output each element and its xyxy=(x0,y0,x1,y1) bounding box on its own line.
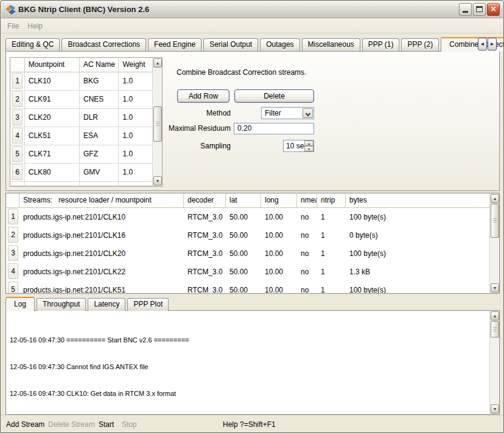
row-number-cell[interactable]: 1 xyxy=(10,72,25,91)
cell-stream[interactable]: products.igs-ip.net:2101/CLK16 xyxy=(19,231,184,240)
tab-throughput[interactable]: Throughput xyxy=(37,298,86,311)
cell-weight[interactable]: 1.0 xyxy=(119,91,152,109)
table-row[interactable]: 1 CLK10 BKG 1.0 xyxy=(10,72,152,91)
header-decoder[interactable]: decoder xyxy=(184,193,226,207)
cell-long[interactable]: 10.00 xyxy=(261,286,297,293)
maximize-button[interactable] xyxy=(473,3,486,16)
cell-bytes[interactable]: 100 byte(s) xyxy=(346,213,489,221)
tab-log[interactable]: Log xyxy=(5,297,35,311)
cell-decoder[interactable]: RTCM_3.0 xyxy=(184,213,226,221)
scrollbar-thumb[interactable] xyxy=(491,321,499,338)
cell-mountpoint[interactable]: CLK20 xyxy=(25,109,80,127)
row-number-cell[interactable]: 5 xyxy=(10,145,25,164)
cell-nmea[interactable]: no xyxy=(297,231,317,240)
cell-lat[interactable]: 50.00 xyxy=(226,268,261,276)
tab-outages[interactable]: Outages xyxy=(260,38,299,51)
tab-ppp-2[interactable]: PPP (2) xyxy=(401,38,439,51)
cell-ac-name[interactable]: GMV xyxy=(80,164,119,182)
log-panel[interactable]: 12-05-16 09:47:30 ========== Start BNC v… xyxy=(5,310,500,415)
streams-table-scrollbar[interactable]: ▲ ▼ xyxy=(489,193,499,293)
cell-mountpoint[interactable]: CLK71 xyxy=(25,145,80,164)
stream-row[interactable]: 2 products.igs-ip.net:2101/CLK16 RTCM_3.… xyxy=(6,226,489,244)
scrollbar-thumb[interactable] xyxy=(153,106,162,142)
row-number-cell[interactable]: 4 xyxy=(10,127,25,145)
spin-down-icon[interactable]: ▼ xyxy=(304,146,313,151)
cell-lat[interactable]: 50.00 xyxy=(226,286,261,293)
stream-row[interactable]: 3 products.igs-ip.net:2101/CLK20 RTCM_3.… xyxy=(6,244,489,263)
spin-up-icon[interactable]: ▲ xyxy=(304,140,313,146)
scrollbar-thumb[interactable] xyxy=(491,204,499,238)
row-number-cell[interactable]: 3 xyxy=(6,244,19,263)
add-stream-button[interactable]: Add Stream xyxy=(6,420,44,429)
cell-bytes[interactable]: 100 byte(s) xyxy=(346,286,489,293)
header-bytes[interactable]: bytes xyxy=(346,193,489,207)
scroll-down-icon[interactable]: ▼ xyxy=(491,404,499,414)
cell-nmea[interactable]: no xyxy=(297,268,317,276)
header-long[interactable]: long xyxy=(261,193,297,207)
cell-decoder[interactable]: RTCM_3.0 xyxy=(184,268,226,276)
cell-decoder[interactable]: RTCM_3.0 xyxy=(184,286,226,293)
header-nmea[interactable]: nmea xyxy=(297,193,317,207)
scroll-up-icon[interactable]: ▲ xyxy=(491,311,499,320)
cell-nmea[interactable]: no xyxy=(297,213,317,221)
table-row[interactable]: 6 CLK80 GMV 1.0 xyxy=(10,164,152,182)
cell-mountpoint[interactable]: CLK51 xyxy=(25,127,80,145)
header-ac-name[interactable]: AC Name xyxy=(80,58,119,72)
cell-long[interactable]: 10.00 xyxy=(261,213,297,221)
mountpoint-table[interactable]: Mountpoint AC Name Weight 1 CLK10 BKG 1.… xyxy=(10,57,163,187)
cell-ac-name[interactable]: DLR xyxy=(80,109,119,127)
cell-decoder[interactable]: RTCM_3.0 xyxy=(184,231,226,240)
cell-ac-name[interactable]: CNES xyxy=(80,91,119,109)
cell-mountpoint[interactable]: CLK10 xyxy=(25,72,80,91)
stream-row[interactable]: 5 products.igs-ip.net:2101/CLK51 RTCM_3.… xyxy=(6,281,489,293)
cell-weight[interactable]: 1.0 xyxy=(119,127,152,145)
row-number-cell[interactable]: 4 xyxy=(6,263,19,281)
dropdown-button[interactable] xyxy=(303,108,313,118)
minimize-button[interactable] xyxy=(459,3,472,16)
close-button[interactable]: ✕ xyxy=(487,3,500,16)
stream-row[interactable]: 1 products.igs-ip.net:2101/CLK10 RTCM_3.… xyxy=(6,208,489,226)
delete-button[interactable]: Delete xyxy=(234,89,314,103)
mountpoint-table-scrollbar[interactable]: ▲ ▼ xyxy=(152,58,162,186)
tab-latency[interactable]: Latency xyxy=(88,298,125,311)
scroll-down-icon[interactable]: ▼ xyxy=(153,176,162,185)
cell-ntrip[interactable]: 1 xyxy=(317,249,346,258)
cell-long[interactable]: 10.00 xyxy=(261,268,297,276)
stop-button[interactable]: Stop xyxy=(122,420,137,429)
cell-bytes[interactable]: 0 byte(s) xyxy=(346,231,489,240)
header-streams[interactable]: Streams: resource loader / mountpoint xyxy=(19,193,184,207)
scroll-down-icon[interactable]: ▼ xyxy=(491,283,499,293)
row-number-cell[interactable]: 5 xyxy=(6,281,19,293)
cell-ac-name[interactable]: GFZ xyxy=(80,145,119,164)
start-button[interactable]: Start xyxy=(99,420,114,429)
tab-broadcast-corrections[interactable]: Broadcast Corrections xyxy=(61,38,146,51)
cell-ac-name[interactable]: BKG xyxy=(80,72,119,91)
maximal-residuum-input[interactable]: 0.20 xyxy=(234,123,314,134)
header-ntrip[interactable]: ntrip xyxy=(317,193,346,207)
header-mountpoint[interactable]: Mountpoint xyxy=(25,58,80,72)
cell-weight[interactable]: 1.0 xyxy=(119,145,152,164)
streams-table[interactable]: Streams: resource loader / mountpoint de… xyxy=(5,193,500,294)
log-scrollbar[interactable]: ▲ ▼ xyxy=(489,311,499,414)
tab-feed-engine[interactable]: Feed Engine xyxy=(148,38,201,51)
cell-ac-name[interactable]: ESA xyxy=(80,127,119,145)
cell-mountpoint[interactable]: CLK91 xyxy=(25,91,80,109)
row-number-cell[interactable]: 1 xyxy=(6,208,19,226)
cell-lat[interactable]: 50.00 xyxy=(226,231,261,240)
scroll-up-icon[interactable]: ▲ xyxy=(491,194,499,203)
row-number-cell[interactable]: 2 xyxy=(6,226,19,244)
cell-lat[interactable]: 50.00 xyxy=(226,213,261,221)
tab-scroll-right-button[interactable]: ► xyxy=(488,38,497,50)
cell-weight[interactable]: 1.0 xyxy=(119,109,152,127)
table-row[interactable]: 4 CLK51 ESA 1.0 xyxy=(10,127,152,145)
cell-nmea[interactable]: no xyxy=(297,286,317,293)
cell-stream[interactable]: products.igs-ip.net:2101/CLK20 xyxy=(19,249,184,258)
table-row[interactable]: 5 CLK71 GFZ 1.0 xyxy=(10,145,152,164)
row-number-cell[interactable]: 6 xyxy=(10,164,25,182)
sampling-spinner[interactable]: 10 sec ▲ ▼ xyxy=(283,140,314,152)
cell-mountpoint[interactable]: CLK80 xyxy=(25,164,80,182)
cell-ntrip[interactable]: 1 xyxy=(317,213,346,221)
add-row-button[interactable]: Add Row xyxy=(177,89,229,103)
header-lat[interactable]: lat xyxy=(226,193,261,207)
row-number-cell[interactable]: 3 xyxy=(10,109,25,127)
